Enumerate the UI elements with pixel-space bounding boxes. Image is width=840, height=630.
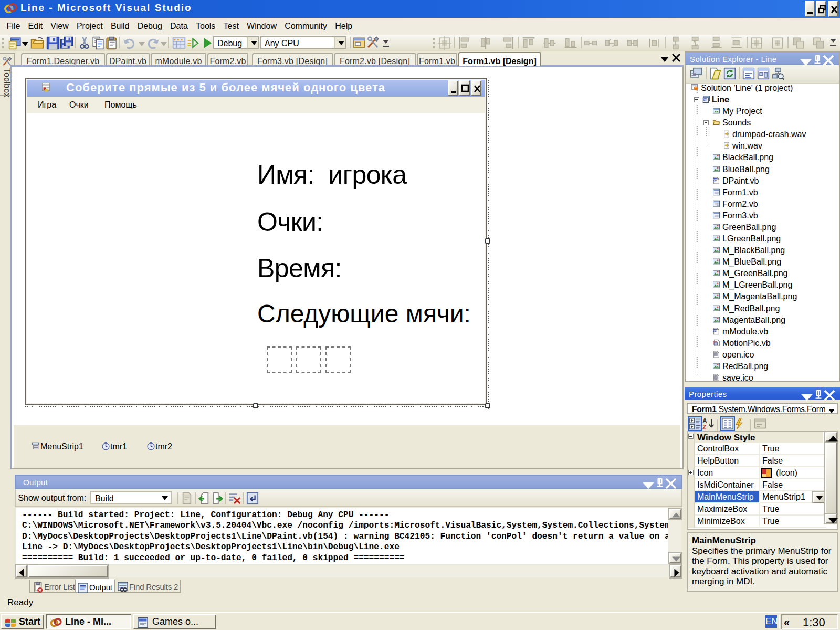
svg-text:Z: Z (702, 424, 706, 430)
